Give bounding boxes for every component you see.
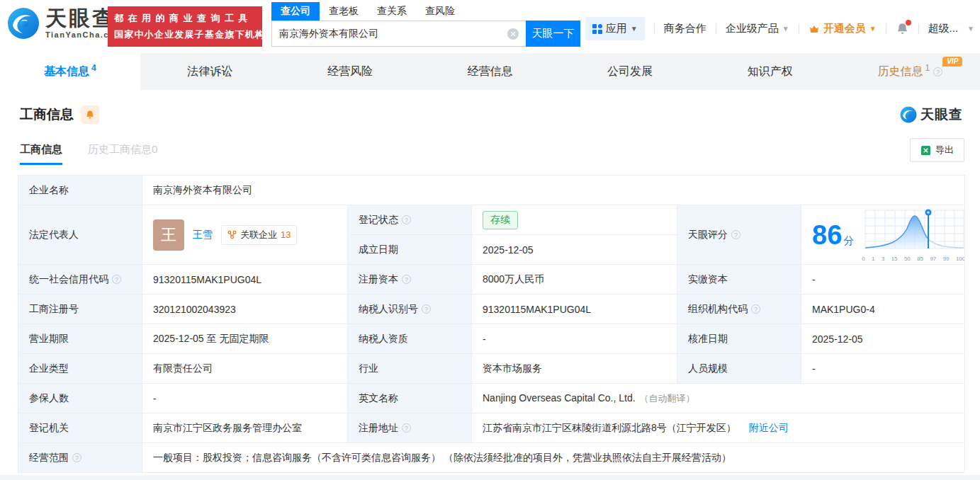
insured-count-value: - bbox=[142, 384, 348, 413]
search-button[interactable]: 天眼一下 bbox=[526, 21, 580, 47]
subtab-history-registration[interactable]: 历史工商信息0 bbox=[88, 143, 157, 165]
search-tab-relation[interactable]: 查关系 bbox=[368, 2, 416, 21]
tab-history-info[interactable]: VIP 历史信息 1 bbox=[840, 53, 980, 90]
tab-count: 4 bbox=[91, 63, 96, 73]
company-name-value: 南京海外资本有限公司 bbox=[142, 176, 965, 205]
tab-business-info[interactable]: 经营信息 bbox=[420, 53, 561, 90]
score-value: 86 bbox=[812, 220, 842, 250]
reg-address-value: 江苏省南京市江宁区秣陵街道利源北路8号（江宁开发区） 附近公司 bbox=[472, 413, 965, 443]
taxpayer-id-value: 91320115MAK1PUG04L bbox=[472, 295, 677, 324]
help-icon[interactable] bbox=[402, 215, 411, 224]
tab-basic-info[interactable]: 基本信息 4 bbox=[0, 53, 140, 90]
table-row: 统一社会信用代码 91320115MAK1PUG04L 注册资本 8000万人民… bbox=[18, 265, 965, 295]
search-tabs: 查公司 查老板 查关系 查风险 bbox=[271, 2, 580, 21]
divider bbox=[918, 23, 919, 34]
tab-operational-risk[interactable]: 经营风险 bbox=[280, 53, 420, 90]
industry-value: 资本市场服务 bbox=[472, 354, 677, 384]
legal-rep-cell: 王 王雪 关联企业 13 bbox=[142, 205, 348, 265]
credit-code-label: 统一社会信用代码 bbox=[18, 265, 142, 295]
legal-rep-link[interactable]: 王雪 bbox=[193, 229, 213, 241]
score-axis-tick: 97 bbox=[930, 256, 936, 262]
user-account-menu[interactable]: 超级... bbox=[928, 22, 959, 35]
org-code-label: 组织机构代码 bbox=[677, 295, 801, 324]
chevron-down-icon: ▼ bbox=[782, 25, 789, 33]
taxpayer-id-label: 纳税人识别号 bbox=[348, 295, 472, 324]
divider bbox=[654, 23, 655, 34]
chevron-down-icon[interactable]: ▼ bbox=[967, 25, 974, 33]
search-tab-risk[interactable]: 查风险 bbox=[416, 2, 464, 21]
score-axis-tick: 85 bbox=[917, 256, 923, 262]
score-axis-tick: 3 bbox=[882, 256, 884, 262]
approval-date-value: 2025-12-05 bbox=[801, 324, 965, 354]
reg-capital-value: 8000万人民币 bbox=[472, 265, 677, 295]
subscribe-bell-button[interactable] bbox=[81, 105, 99, 124]
top-menu: 应用 ▼ 商务合作 企业级产品 ▼ 开通会员 ▼ 超级... ▼ bbox=[585, 17, 974, 40]
related-companies-label: 关联企业 bbox=[240, 229, 277, 241]
open-vip-menu[interactable]: 开通会员 ▼ bbox=[809, 22, 877, 35]
vip-badge: VIP bbox=[942, 57, 962, 67]
tab-legal-proceedings[interactable]: 法律诉讼 bbox=[140, 53, 281, 90]
help-icon[interactable] bbox=[402, 423, 411, 433]
tab-label: 公司发展 bbox=[607, 64, 653, 79]
score-axis-tick: 15 bbox=[891, 256, 898, 262]
taxpayer-quality-value: - bbox=[472, 324, 677, 354]
clear-search-icon[interactable]: ✕ bbox=[507, 28, 519, 40]
english-name-value: Nanjing Overseas Capital Co., Ltd.（自动翻译） bbox=[472, 384, 965, 413]
table-row: 登记机关 南京市江宁区政务服务管理办公室 注册地址 江苏省南京市江宁区秣陵街道利… bbox=[18, 413, 965, 443]
est-date-value: 2025-12-05 bbox=[472, 235, 677, 265]
search-tab-company[interactable]: 查公司 bbox=[271, 2, 320, 21]
tab-label: 基本信息 bbox=[44, 64, 89, 79]
tab-intellectual-property[interactable]: 知识产权 bbox=[700, 53, 840, 90]
related-companies-badge[interactable]: 关联企业 13 bbox=[221, 225, 297, 245]
excel-icon bbox=[920, 145, 931, 156]
help-icon[interactable] bbox=[112, 275, 121, 284]
address-text: 江苏省南京市江宁区秣陵街道利源北路8号（江宁开发区） bbox=[483, 422, 736, 433]
tab-company-development[interactable]: 公司发展 bbox=[560, 53, 700, 90]
avatar[interactable]: 王 bbox=[153, 219, 184, 251]
help-icon[interactable] bbox=[933, 67, 942, 76]
subtab-business-registration[interactable]: 工商信息 bbox=[20, 143, 62, 165]
tianyancha-logo[interactable]: 天眼查 TianYanCha.com bbox=[7, 7, 123, 40]
paid-capital-label: 实缴资本 bbox=[677, 265, 801, 295]
notification-bell[interactable] bbox=[896, 22, 909, 35]
paid-capital-value: - bbox=[801, 265, 965, 295]
page-bottom-divider bbox=[0, 475, 980, 480]
divider bbox=[886, 23, 886, 34]
enterprise-products-menu[interactable]: 企业级产品 ▼ bbox=[726, 22, 789, 35]
table-row: 企业名称 南京海外资本有限公司 bbox=[18, 176, 965, 205]
company-type-value: 有限责任公司 bbox=[142, 354, 348, 384]
score-axis-tick: 0 bbox=[862, 256, 864, 262]
business-info-table: 企业名称 南京海外资本有限公司 法定代表人 王 王雪 关联企业 13 bbox=[18, 175, 965, 473]
industry-label: 行业 bbox=[348, 354, 472, 384]
staff-size-value: - bbox=[801, 354, 965, 384]
tab-label: 经营风险 bbox=[327, 64, 373, 79]
approval-date-label: 核准日期 bbox=[677, 324, 801, 354]
tianyancha-logo-icon bbox=[7, 7, 40, 40]
divider bbox=[716, 23, 716, 34]
export-button[interactable]: 导出 bbox=[910, 138, 964, 162]
search-tab-boss[interactable]: 查老板 bbox=[320, 2, 368, 21]
section-title: 工商信息 bbox=[20, 105, 74, 124]
crown-icon bbox=[809, 23, 820, 35]
subtab-row: 工商信息 历史工商信息0 导出 bbox=[20, 138, 964, 165]
help-icon[interactable] bbox=[402, 275, 411, 284]
promo-line2: 国家中小企业发展子基金旗下机构 bbox=[114, 28, 256, 41]
table-row: 经营范围 一般项目：股权投资；信息咨询服务（不含许可类信息咨询服务） （除依法须… bbox=[18, 443, 965, 473]
help-icon[interactable] bbox=[731, 230, 740, 239]
score-chart: 0131550859799100 bbox=[861, 207, 964, 262]
reg-capital-label: 注册资本 bbox=[348, 265, 472, 295]
help-icon[interactable] bbox=[72, 453, 81, 462]
apps-menu[interactable]: 应用 ▼ bbox=[585, 17, 645, 40]
search-input[interactable] bbox=[279, 28, 507, 40]
business-cooperation-link[interactable]: 商务合作 bbox=[664, 22, 706, 35]
apps-label: 应用 bbox=[606, 22, 627, 35]
help-icon[interactable] bbox=[422, 304, 431, 314]
nearby-companies-link[interactable]: 附近公司 bbox=[749, 422, 789, 433]
reg-number-label: 工商注册号 bbox=[18, 295, 142, 324]
label-text: 统一社会信用代码 bbox=[29, 273, 108, 286]
help-icon[interactable] bbox=[751, 304, 760, 314]
section-header: 工商信息 天眼查 bbox=[20, 105, 963, 124]
tianyancha-watermark: 天眼查 bbox=[900, 105, 963, 124]
reg-address-label: 注册地址 bbox=[348, 413, 472, 443]
score-label: 天眼评分 bbox=[677, 205, 801, 265]
